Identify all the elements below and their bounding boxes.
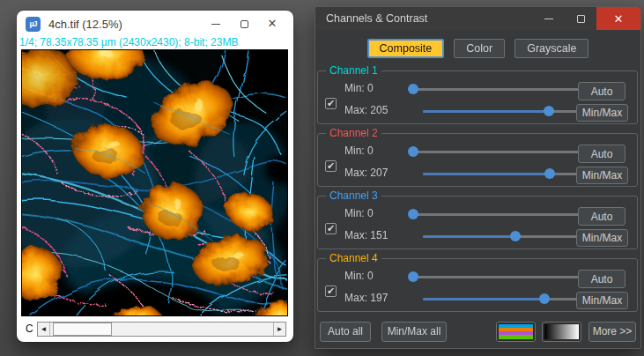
channel-slider-label: C xyxy=(26,323,37,335)
channel-enabled-checkbox[interactable]: ✔ xyxy=(325,286,337,297)
desktop: { "image_window": { "title": "4ch.tif (1… xyxy=(0,0,644,356)
slider-fill xyxy=(423,173,550,175)
slider-track xyxy=(413,151,579,153)
mode-button-color[interactable]: Color xyxy=(454,39,505,58)
channel-max-label: Max: 207 xyxy=(344,167,388,179)
dialog-footer: Auto all Min/Max all More >> xyxy=(315,321,640,342)
channel-min-label: Min: 0 xyxy=(344,270,374,282)
channel-max-label: Max: 151 xyxy=(344,229,388,241)
channel-auto-button[interactable]: Auto xyxy=(578,82,625,100)
channel-max-slider[interactable] xyxy=(423,293,580,304)
channel-minmax-button[interactable]: Min/Max xyxy=(576,104,628,122)
channel-min-slider[interactable] xyxy=(413,271,579,282)
dialog-minimize-button[interactable] xyxy=(533,7,565,30)
channel-max-slider[interactable] xyxy=(423,106,580,116)
dialog-title: Channels & Contrast xyxy=(315,7,533,30)
channel-max-label: Max: 205 xyxy=(344,104,388,116)
microscopy-image[interactable] xyxy=(21,49,288,316)
channel-min-slider[interactable] xyxy=(413,84,579,94)
channel-name-label: Channel 2 xyxy=(326,127,381,139)
slider-track xyxy=(413,213,579,216)
slider-fill xyxy=(423,110,549,113)
slider-handle[interactable] xyxy=(408,146,418,157)
slider-track xyxy=(413,276,579,278)
channel-scrollbar-thumb[interactable] xyxy=(53,323,112,336)
image-window-titlebar[interactable]: µJ 4ch.tif (12.5%) ✕ xyxy=(17,11,293,33)
slider-handle[interactable] xyxy=(408,271,418,282)
channel-min-label: Min: 0 xyxy=(344,145,374,157)
scrollbar-right-arrow-icon[interactable]: ► xyxy=(273,323,285,336)
channel-enabled-checkbox[interactable]: ✔ xyxy=(325,98,337,109)
slider-handle[interactable] xyxy=(544,168,555,179)
channel-max-slider[interactable] xyxy=(423,168,580,179)
channel-enabled-checkbox[interactable]: ✔ xyxy=(325,223,337,234)
channel-enabled-checkbox[interactable]: ✔ xyxy=(325,160,337,172)
channel-min-slider[interactable] xyxy=(413,146,579,157)
channel-minmax-button[interactable]: Min/Max xyxy=(576,292,628,309)
slider-handle[interactable] xyxy=(408,84,418,94)
channel-min-label: Min: 0 xyxy=(344,82,374,94)
more-button[interactable]: More >> xyxy=(588,322,636,342)
auto-all-button[interactable]: Auto all xyxy=(320,322,371,342)
grayscale-gradient-icon xyxy=(544,324,579,339)
dialog-close-button[interactable]: ✕ xyxy=(596,7,640,30)
channel-name-label: Channel 4 xyxy=(326,252,381,264)
minimize-button[interactable] xyxy=(202,15,230,33)
channel-scrollbar[interactable]: ◄ ► xyxy=(37,322,286,337)
maximize-icon xyxy=(577,15,585,23)
image-window-title: 4ch.tif (12.5%) xyxy=(48,18,202,31)
slider-handle[interactable] xyxy=(539,293,550,304)
display-mode-row: CompositeColorGrayscale xyxy=(315,39,640,58)
maximize-icon xyxy=(241,20,248,28)
minimize-icon xyxy=(211,24,220,25)
channel-min-slider[interactable] xyxy=(413,209,579,219)
mode-button-composite[interactable]: Composite xyxy=(367,39,445,58)
channels-contrast-dialog: Channels & Contrast ✕ CompositeColorGray… xyxy=(315,6,641,349)
close-icon: ✕ xyxy=(268,17,278,30)
slider-handle[interactable] xyxy=(544,106,554,116)
close-icon: ✕ xyxy=(614,12,624,26)
slider-track xyxy=(413,88,579,91)
channel-min-label: Min: 0 xyxy=(344,207,374,219)
minimize-icon xyxy=(544,19,553,19)
channel-group: Channel 4 ✔ Min: 0 Max: 197 Auto Min/Max xyxy=(317,258,638,312)
color-lut-icon xyxy=(499,324,533,339)
slider-handle[interactable] xyxy=(510,231,521,241)
channel-auto-button[interactable]: Auto xyxy=(578,270,625,288)
minmax-all-button[interactable]: Min/Max all xyxy=(381,322,447,342)
channel-auto-button[interactable]: Auto xyxy=(578,145,625,163)
image-window: µJ 4ch.tif (12.5%) ✕ 1/4; 78.35x78.35 µm… xyxy=(17,11,293,342)
channel-name-label: Channel 3 xyxy=(326,189,381,202)
channel-name-label: Channel 1 xyxy=(326,64,381,77)
channel-minmax-button[interactable]: Min/Max xyxy=(576,229,628,247)
color-lut-button[interactable] xyxy=(496,322,536,342)
channel-group: Channel 2 ✔ Min: 0 Max: 207 Auto Min/Max xyxy=(317,133,638,187)
dialog-titlebar[interactable]: Channels & Contrast ✕ xyxy=(315,7,640,30)
channel-max-label: Max: 197 xyxy=(344,292,388,304)
channel-slider-row: C ◄ ► xyxy=(17,321,293,337)
grayscale-lut-button[interactable] xyxy=(542,322,581,342)
scrollbar-left-arrow-icon[interactable]: ◄ xyxy=(38,323,50,336)
imagej-icon: µJ xyxy=(26,17,41,32)
channel-group: Channel 1 ✔ Min: 0 Max: 205 Auto Min/Max xyxy=(317,70,638,124)
mode-button-grayscale[interactable]: Grayscale xyxy=(514,39,588,58)
channel-group: Channel 3 ✔ Min: 0 Max: 151 Auto Min/Max xyxy=(317,196,638,249)
channel-max-slider[interactable] xyxy=(423,231,580,241)
slider-handle[interactable] xyxy=(408,209,418,219)
fluorescence-cells-image xyxy=(22,50,287,315)
channels-container: Channel 1 ✔ Min: 0 Max: 205 Auto Min/Max… xyxy=(315,70,640,312)
image-info-line: 1/4; 78.35x78.35 µm (2430x2430); 8-bit; … xyxy=(17,33,293,50)
maximize-button[interactable] xyxy=(230,15,258,33)
channel-auto-button[interactable]: Auto xyxy=(578,207,625,226)
slider-fill xyxy=(423,235,515,238)
dialog-maximize-button[interactable] xyxy=(565,7,596,30)
slider-fill xyxy=(423,298,544,300)
close-button[interactable]: ✕ xyxy=(258,15,286,33)
channel-minmax-button[interactable]: Min/Max xyxy=(576,167,628,184)
